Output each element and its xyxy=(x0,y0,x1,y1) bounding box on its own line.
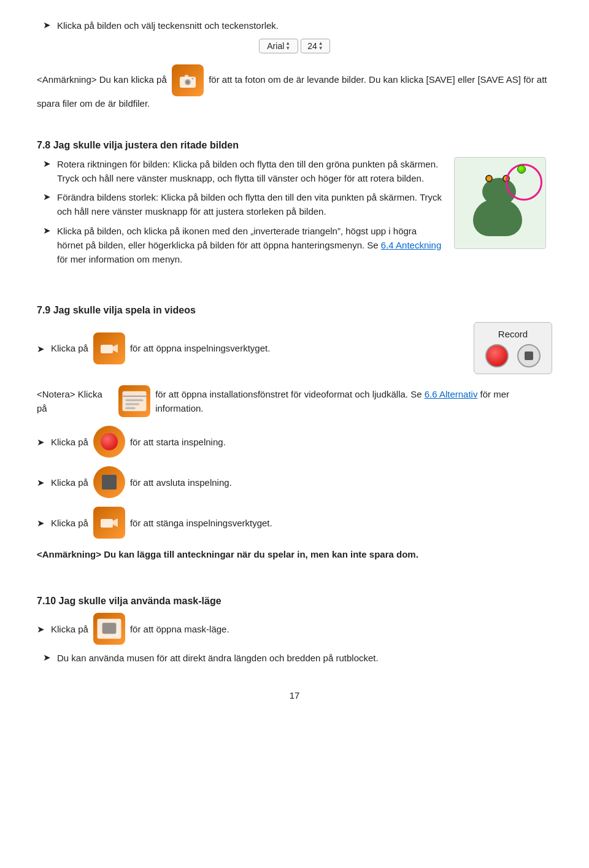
camera-icon[interactable] xyxy=(172,64,204,96)
svg-marker-6 xyxy=(113,344,118,353)
section79-bullet4-pre: Klicka på xyxy=(51,518,88,528)
section79-bullet3-pre: Klicka på xyxy=(51,477,88,488)
red-dot-inner xyxy=(101,433,118,450)
section710-bullet2-text: Du kan använda musen för att direkt ändr… xyxy=(57,651,552,665)
section79-recording-row: ➤ Klicka på för att öppna inspelningsver… xyxy=(37,322,552,374)
arrow-icon: ➤ xyxy=(43,225,51,236)
arrow-icon: ➤ xyxy=(37,437,45,448)
svg-rect-10 xyxy=(126,404,140,405)
font-size-spinner[interactable]: ▲ ▼ xyxy=(318,41,323,51)
font-name-box[interactable]: Arial ▲ ▼ xyxy=(259,39,298,53)
mask-svg xyxy=(93,613,125,645)
stop-square-inner-icon xyxy=(102,475,117,490)
section-79: 7.9 Jag skulle vilja spela in videos ➤ K… xyxy=(37,305,552,562)
section79-bullet3-post: för att avsluta inspelning. xyxy=(130,477,232,488)
section79-anmarkning: <Anmärkning> Du kan lägga till antecknin… xyxy=(37,547,552,562)
arrow-icon: ➤ xyxy=(37,624,45,635)
frog-image-container xyxy=(454,157,552,249)
arrow-icon: ➤ xyxy=(37,518,45,529)
spin-down[interactable]: ▼ xyxy=(285,46,290,51)
section79-bullet2-post: för att starta inspelning. xyxy=(130,437,226,447)
settings-svg xyxy=(118,385,150,417)
mask-icon[interactable] xyxy=(93,613,125,645)
arrow-icon: ➤ xyxy=(43,191,51,202)
note-pre-text: <Notera> Klicka på xyxy=(37,387,114,416)
section-79-header: 7.9 Jag skulle vilja spela in videos xyxy=(37,305,552,316)
camera-note-row: <Anmärkning> Du kan klicka på för att ta… xyxy=(37,64,552,110)
section78-bullet1: ➤ Rotera riktningen för bilden: Klicka p… xyxy=(37,157,442,186)
section-710-header: 7.10 Jag skulle vilja använda mask-läge xyxy=(37,596,552,607)
section78-bullet2: ➤ Förändra bildens storlek: Klicka på bi… xyxy=(37,190,442,219)
font-name-spinner[interactable]: ▲ ▼ xyxy=(285,41,290,51)
note-post-text: för att öppna installationsfönstret för … xyxy=(155,387,552,416)
section-710: 7.10 Jag skulle vilja använda mask-läge … xyxy=(37,596,552,665)
record-red-button[interactable] xyxy=(485,344,509,367)
stop-square-icon xyxy=(525,351,533,360)
camera-icon-inline xyxy=(172,64,204,96)
arrow-icon: ➤ xyxy=(37,477,45,488)
arrow-icon: ➤ xyxy=(37,344,45,355)
font-name-value: Arial xyxy=(267,41,284,51)
section79-bullet1-row: ➤ Klicka på för att öppna inspelningsver… xyxy=(37,332,461,364)
section79-bullet2-pre: Klicka på xyxy=(51,437,88,447)
camera-svg xyxy=(178,71,198,90)
section78-bullet1-text: Rotera riktningen för bilden: Klicka på … xyxy=(57,157,442,186)
section79-bullet2-row: ➤ Klicka på för att starta inspelning. xyxy=(37,426,552,458)
section710-bullet1-pre: Klicka på xyxy=(51,624,88,634)
svg-rect-12 xyxy=(101,519,113,528)
svg-rect-15 xyxy=(102,623,117,634)
section78-bullet3: ➤ Klicka på bilden, och klicka på ikonen… xyxy=(37,224,442,267)
section710-bullet1-post: för att öppna mask-läge. xyxy=(130,624,229,634)
font-size-box[interactable]: 24 ▲ ▼ xyxy=(301,39,330,53)
section79-bullet3-row: ➤ Klicka på för att avsluta inspelning. xyxy=(37,466,552,498)
section79-bullet1-post: för att öppna inspelningsverktyget. xyxy=(130,343,270,353)
record-stop-button[interactable] xyxy=(517,344,541,367)
font-selector-row: Arial ▲ ▼ 24 ▲ ▼ xyxy=(37,39,552,53)
font-size-value: 24 xyxy=(307,41,317,51)
section-78-content: ➤ Rotera riktningen för bilden: Klicka p… xyxy=(37,157,552,272)
record-panel-label: Record xyxy=(485,329,541,339)
bullet1-text: Klicka på bilden och välj teckensnitt oc… xyxy=(57,18,552,33)
settings-icon[interactable] xyxy=(118,385,150,417)
section710-bullet1-row: ➤ Klicka på för att öppna mask-läge. xyxy=(37,613,552,645)
first-bullet: ➤ Klicka på bilden och välj teckensnitt … xyxy=(37,18,552,33)
arrow-icon: ➤ xyxy=(43,652,51,663)
section79-bullet1-pre: Klicka på xyxy=(51,343,88,353)
svg-rect-5 xyxy=(101,345,113,353)
note-camera-text: <Anmärkning> Du kan klicka på för att ta… xyxy=(37,64,552,110)
section78-bullet2-text: Förändra bildens storlek: Klicka på bild… xyxy=(57,190,442,219)
section66-link[interactable]: 6.6 Alternativ xyxy=(425,389,478,399)
settings-icon-inline xyxy=(118,385,150,417)
section64-link[interactable]: 6.4 Anteckning xyxy=(381,240,441,250)
size-spin-down[interactable]: ▼ xyxy=(318,46,323,51)
svg-point-2 xyxy=(186,80,190,84)
section79-note-row: <Notera> Klicka på för att öppna install… xyxy=(37,385,552,417)
svg-point-4 xyxy=(191,78,193,80)
section79-bullet4-post: för att stänga inspelningsverktyget. xyxy=(130,518,272,528)
frog-eye-left xyxy=(485,175,493,182)
svg-rect-9 xyxy=(126,399,144,401)
video-camera-svg xyxy=(99,339,119,358)
svg-marker-13 xyxy=(113,518,118,527)
arrow-icon: ➤ xyxy=(43,20,51,31)
svg-rect-11 xyxy=(126,407,136,409)
video-camera-icon2[interactable] xyxy=(93,507,125,539)
section-78-header: 7.8 Jag skulle vilja justera den ritade … xyxy=(37,140,552,151)
video-camera2-svg xyxy=(99,513,119,532)
section710-bullet2: ➤ Du kan använda musen för att direkt än… xyxy=(37,651,552,665)
frog-image xyxy=(454,157,546,249)
section78-bullet3-text: Klicka på bilden, och klicka på ikonen m… xyxy=(57,224,442,267)
arrow-icon: ➤ xyxy=(43,158,51,169)
stop-dot-icon[interactable] xyxy=(93,466,125,498)
record-dot-icon[interactable] xyxy=(93,426,125,458)
page-number: 17 xyxy=(37,690,552,701)
svg-rect-3 xyxy=(185,75,188,77)
green-dot-overlay xyxy=(517,165,526,174)
section-78: 7.8 Jag skulle vilja justera den ritade … xyxy=(37,140,552,272)
video-camera-icon[interactable] xyxy=(93,332,125,364)
section79-bullet4-row: ➤ Klicka på för att stänga inspelningsve… xyxy=(37,507,552,539)
record-panel: Record xyxy=(474,322,552,374)
record-panel-buttons xyxy=(485,344,541,367)
